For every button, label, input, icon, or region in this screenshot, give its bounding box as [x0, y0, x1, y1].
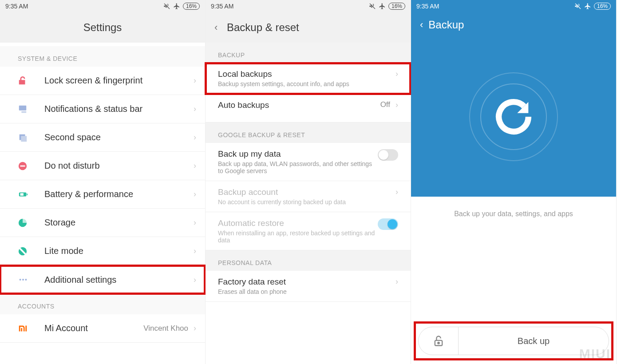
item-backup-my-data[interactable]: Back up my data Back up app data, WLAN p… [206, 143, 411, 181]
svg-rect-0 [19, 105, 27, 110]
chevron-right-icon: › [194, 246, 196, 256]
item-lite-mode[interactable]: Lite mode › [0, 237, 205, 265]
backup-hero-panel [411, 37, 616, 197]
header-backup-reset: ‹ Backup & reset [206, 12, 411, 43]
screen-backup-reset: 9:35 AM 16% ‹ Backup & reset BACKUP Loca… [206, 0, 411, 364]
unlock-icon[interactable] [419, 327, 459, 355]
chevron-right-icon: › [396, 100, 398, 110]
header-backup: ‹ Backup [411, 12, 616, 37]
section-personal-data: PERSONAL DATA [206, 250, 411, 271]
svg-point-14 [438, 342, 439, 344]
lock-icon [18, 76, 44, 86]
mi-account-value: Vincent Khoo [143, 324, 188, 333]
status-icons: 16% [163, 3, 200, 10]
chevron-right-icon: › [194, 218, 196, 227]
vibrate-icon [574, 3, 581, 10]
backup-caption: Back up your data, settings, and apps [411, 197, 616, 231]
section-google-backup: GOOGLE BACKUP & RESET [206, 123, 411, 143]
refresh-ring-inner [480, 83, 547, 150]
vibrate-icon [369, 3, 376, 10]
svg-rect-1 [21, 111, 26, 113]
header-settings: Settings [0, 12, 205, 43]
svg-rect-5 [20, 165, 25, 166]
item-second-space[interactable]: Second space › [0, 123, 205, 152]
item-factory-reset[interactable]: Factory data reset Erases all data on ph… [206, 271, 411, 302]
battery-pill: 16% [388, 3, 405, 10]
chevron-right-icon: › [396, 69, 398, 79]
chevron-right-icon: › [396, 187, 398, 197]
item-local-backups[interactable]: Local backups Backup system settings, ac… [206, 63, 411, 94]
item-lockscreen[interactable]: Lock screen & fingerprint › [0, 67, 205, 95]
back-button[interactable]: ‹ [420, 19, 423, 31]
vibrate-icon [163, 3, 170, 10]
status-time: 9:35 AM [416, 3, 439, 10]
notifications-icon [18, 104, 44, 114]
item-storage[interactable]: Storage › [0, 209, 205, 237]
settings-list: Lock screen & fingerprint › Notification… [0, 67, 205, 294]
storage-icon [18, 218, 44, 228]
battery-pill: 16% [594, 3, 611, 10]
chevron-right-icon: › [396, 277, 398, 286]
chevron-right-icon: › [194, 133, 196, 142]
item-auto-backups[interactable]: Auto backups Off › [206, 94, 411, 123]
status-bar: 9:35 AM 16% [206, 0, 411, 12]
screen-backup: 9:35 AM 16% ‹ Backup Back up your data, … [411, 0, 617, 364]
item-backup-account: Backup account No account is currently s… [206, 181, 411, 212]
item-dnd[interactable]: Do not disturb › [0, 152, 205, 180]
chevron-right-icon: › [194, 104, 196, 114]
status-icons: 16% [574, 3, 611, 10]
item-notifications[interactable]: Notifications & status bar › [0, 95, 205, 123]
svg-rect-8 [20, 193, 24, 196]
item-battery[interactable]: Battery & performance › [0, 180, 205, 209]
item-mi-account[interactable]: Mi Account Vincent Khoo › [0, 314, 205, 343]
svg-point-12 [25, 279, 27, 281]
more-icon [18, 275, 44, 285]
header-title: Backup [428, 19, 464, 31]
backup-button-label: Back up [459, 336, 609, 346]
chevron-right-icon: › [194, 324, 196, 333]
refresh-ring-outer [469, 72, 558, 161]
dnd-icon [18, 161, 44, 171]
svg-rect-7 [27, 194, 28, 195]
battery-icon [18, 190, 44, 199]
mi-logo-icon [18, 324, 44, 333]
status-bar: 9:35 AM 16% [411, 0, 616, 12]
item-additional-settings[interactable]: Additional settings › [0, 265, 205, 294]
item-automatic-restore: Automatic restore When reinstalling an a… [206, 212, 411, 250]
battery-pill: 16% [183, 3, 200, 10]
chevron-right-icon: › [194, 161, 196, 170]
section-accounts: ACCOUNTS [0, 294, 205, 314]
chevron-right-icon: › [194, 275, 196, 285]
status-bar: 9:35 AM 16% [0, 0, 205, 12]
screen-settings: 9:35 AM 16% Settings SYSTEM & DEVICE Loc… [0, 0, 206, 364]
svg-point-10 [20, 279, 21, 281]
back-button[interactable]: ‹ [214, 22, 218, 33]
auto-backups-value: Off [380, 100, 390, 109]
status-icons: 16% [369, 3, 405, 10]
section-backup: BACKUP [206, 43, 411, 63]
status-time: 9:35 AM [211, 3, 233, 10]
section-system-device: SYSTEM & DEVICE [0, 46, 205, 67]
backup-my-data-toggle[interactable] [378, 149, 398, 161]
automatic-restore-toggle[interactable] [378, 218, 398, 230]
status-time: 9:35 AM [5, 3, 28, 10]
header-title: Backup & reset [227, 21, 299, 34]
airplane-icon [584, 3, 591, 10]
refresh-icon [491, 95, 536, 139]
second-space-icon [18, 133, 44, 142]
svg-point-11 [22, 279, 24, 281]
watermark: MIUI [579, 346, 611, 361]
airplane-icon [173, 3, 180, 10]
airplane-icon [379, 3, 386, 10]
svg-rect-3 [21, 136, 27, 142]
header-title: Settings [83, 21, 122, 34]
chevron-right-icon: › [194, 76, 196, 85]
chevron-right-icon: › [194, 190, 196, 199]
lite-mode-icon [18, 246, 44, 256]
